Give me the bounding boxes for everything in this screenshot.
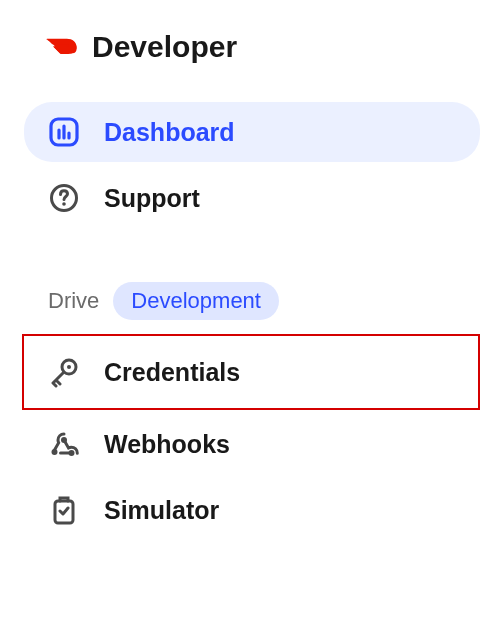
sidebar-item-credentials[interactable]: Credentials xyxy=(24,336,478,408)
svg-point-9 xyxy=(52,449,58,455)
svg-point-10 xyxy=(69,450,75,456)
brand-header: Developer xyxy=(24,30,480,64)
section-header-drive: Drive Development xyxy=(24,282,480,320)
section-label: Drive xyxy=(48,288,99,314)
sidebar-item-label: Dashboard xyxy=(104,118,235,147)
svg-point-7 xyxy=(67,365,71,369)
sidebar-item-dashboard[interactable]: Dashboard xyxy=(24,102,480,162)
key-icon xyxy=(48,356,80,388)
brand-name: Developer xyxy=(92,30,237,64)
simulator-icon xyxy=(48,494,80,526)
env-badge[interactable]: Development xyxy=(113,282,279,320)
sidebar-item-label: Support xyxy=(104,184,200,213)
svg-point-5 xyxy=(62,202,66,206)
sidebar-item-label: Webhooks xyxy=(104,430,230,459)
logo-icon xyxy=(46,31,78,63)
help-icon xyxy=(48,182,80,214)
sidebar-item-label: Credentials xyxy=(104,358,240,387)
sidebar-item-label: Simulator xyxy=(104,496,219,525)
sidebar-item-support[interactable]: Support xyxy=(24,168,480,228)
webhooks-icon xyxy=(48,428,80,460)
sidebar-nav: Dashboard Support Drive Development Cred xyxy=(24,102,480,546)
svg-point-8 xyxy=(61,437,67,443)
sidebar-item-webhooks[interactable]: Webhooks xyxy=(24,414,480,474)
highlight-credentials: Credentials xyxy=(22,334,480,410)
dashboard-icon xyxy=(48,116,80,148)
sidebar-item-simulator[interactable]: Simulator xyxy=(24,480,480,540)
